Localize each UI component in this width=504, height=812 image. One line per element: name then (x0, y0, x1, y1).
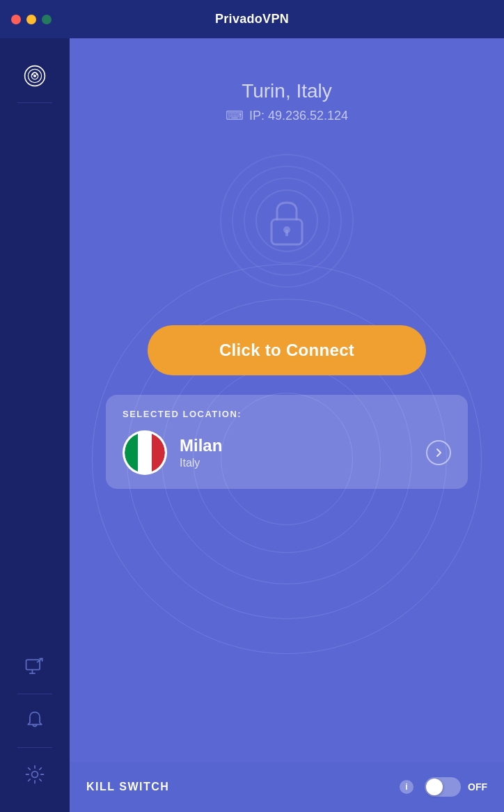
connect-button[interactable]: Click to Connect (148, 325, 426, 375)
sidebar-divider-2 (17, 694, 52, 694)
window-controls (11, 15, 52, 24)
screen-share-icon (24, 656, 46, 678)
kill-switch-bar: KILL SWITCH i OFF (70, 762, 504, 812)
sidebar-item-settings[interactable] (0, 751, 70, 798)
flag-green (125, 432, 138, 473)
app-layout: Turin, Italy ⌨ IP: 49.236.52.124 (0, 38, 504, 812)
location-card-city: Milan (180, 436, 414, 455)
svg-point-6 (221, 155, 353, 287)
sidebar (0, 38, 70, 812)
gear-icon (24, 763, 46, 786)
ip-address: IP: 49.236.52.124 (249, 109, 348, 123)
italy-flag (125, 432, 165, 473)
minimize-button[interactable] (26, 15, 36, 24)
toggle-knob (426, 779, 443, 795)
kill-switch-toggle[interactable] (425, 777, 461, 797)
location-city: Turin, Italy (226, 80, 348, 102)
kill-switch-state: OFF (468, 781, 487, 793)
location-card-row: Milan Italy (123, 430, 451, 475)
kill-switch-toggle-container: OFF (425, 777, 487, 797)
vpn-shield-icon (24, 65, 46, 87)
location-ip: ⌨ IP: 49.236.52.124 (226, 108, 348, 123)
sidebar-divider-3 (17, 747, 52, 748)
ip-icon: ⌨ (226, 108, 244, 123)
svg-rect-12 (285, 230, 288, 236)
app-title: PrivadoVPN (215, 12, 289, 26)
chevron-right-icon (433, 447, 444, 458)
location-card-info: Milan Italy (180, 436, 414, 469)
location-card-country: Italy (180, 457, 414, 469)
flag-red (152, 432, 165, 473)
selected-location-label: SELECTED LOCATION: (123, 409, 451, 419)
svg-point-9 (256, 190, 317, 251)
location-section: Turin, Italy ⌨ IP: 49.236.52.124 (226, 80, 348, 123)
svg-point-5 (32, 772, 38, 778)
center-lock-icon (217, 151, 356, 290)
maximize-button[interactable] (42, 15, 52, 24)
bell-icon (24, 710, 46, 732)
svg-point-8 (244, 178, 329, 263)
flag-white (138, 432, 151, 473)
flag-circle (123, 430, 167, 475)
kill-switch-label: KILL SWITCH (86, 781, 394, 793)
selected-location-card: SELECTED LOCATION: Milan Italy (106, 395, 468, 489)
sidebar-item-vpn[interactable] (0, 52, 70, 100)
title-bar: PrivadoVPN (0, 0, 504, 38)
sidebar-item-screen-share[interactable] (0, 643, 70, 691)
svg-point-7 (233, 166, 341, 275)
sidebar-item-notifications[interactable] (0, 697, 70, 744)
close-button[interactable] (11, 15, 21, 24)
kill-switch-info-button[interactable]: i (400, 780, 414, 794)
sidebar-divider-1 (17, 102, 52, 103)
svg-point-3 (33, 75, 36, 77)
lock-icon-area (210, 144, 363, 297)
main-content: Turin, Italy ⌨ IP: 49.236.52.124 (70, 38, 504, 812)
location-chevron-button[interactable] (426, 440, 451, 465)
